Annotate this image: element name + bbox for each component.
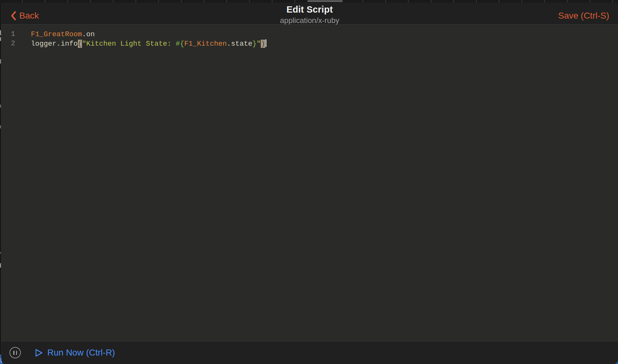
code-token-string: " (257, 40, 261, 48)
pause-icon (13, 351, 15, 355)
code-token-plain: .on (82, 30, 95, 38)
code-token-interp: #{ (176, 40, 184, 48)
text-cursor (265, 39, 266, 47)
code-editor[interactable]: 1F1_GreatRoom.on2logger.info("Kitchen Li… (1, 25, 618, 341)
code-line: 2logger.info("Kitchen Light State: #{F1_… (1, 39, 618, 48)
background-text-fragment (0, 263, 1, 268)
background-text-fragment (0, 105, 1, 108)
modal-footer: Run Now (Ctrl-R) (1, 341, 618, 364)
save-button[interactable]: Save (Ctrl-S) (558, 11, 609, 21)
line-number: 2 (1, 39, 15, 48)
title-block: Edit Script application/x-ruby (1, 4, 618, 25)
code-token-bracket: ) (261, 40, 265, 48)
code-token-plain: logger.info (31, 40, 78, 48)
code-content: F1_GreatRoom.on (31, 30, 95, 39)
background-text-fragment (0, 59, 1, 64)
background-text-fragment (0, 252, 1, 254)
background-page-top-strip (0, 0, 618, 3)
code-token-constant: F1_Kitchen (184, 40, 227, 48)
background-scrollbar-thumb (307, 0, 343, 2)
line-number: 1 (1, 30, 15, 39)
background-text-fragment (0, 30, 1, 35)
code-token-plain: .state (227, 40, 252, 48)
code-token-constant: F1_GreatRoom (31, 30, 82, 38)
script-mime-type: application/x-ruby (1, 16, 618, 25)
code-line: 1F1_GreatRoom.on (1, 30, 618, 39)
page-title: Edit Script (1, 4, 618, 15)
code-content: logger.info("Kitchen Light State: #{F1_K… (31, 39, 266, 48)
modal-header: Back Edit Script application/x-ruby Save… (1, 3, 618, 25)
pause-icon (16, 351, 17, 355)
edit-script-modal: Back Edit Script application/x-ruby Save… (1, 3, 618, 364)
run-now-label: Run Now (Ctrl-R) (47, 348, 115, 358)
code-token-bracket: ( (78, 40, 82, 48)
background-text-fragment (0, 37, 1, 41)
background-text-fragment (0, 125, 1, 128)
run-now-button[interactable]: Run Now (Ctrl-R) (35, 348, 115, 358)
code-token-string: "Kitchen Light State: (82, 40, 176, 48)
code-token-interp: } (252, 40, 257, 48)
pause-button[interactable] (9, 347, 21, 358)
play-icon (35, 348, 43, 357)
